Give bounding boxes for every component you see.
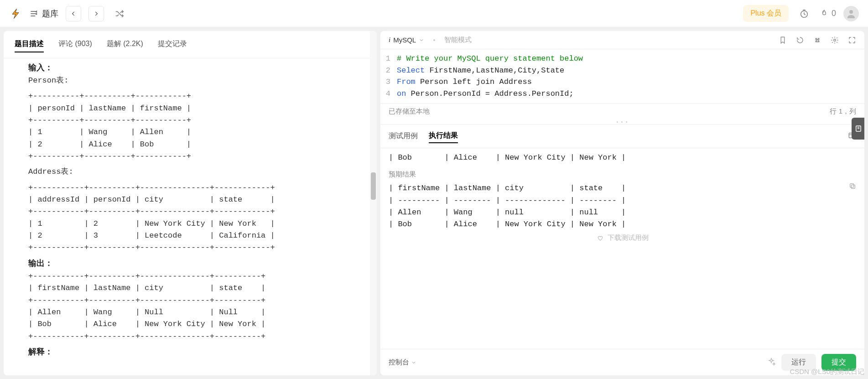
person-table: +----------+----------+-----------+ | pe… [28, 90, 366, 162]
copy-icon[interactable] [849, 182, 856, 192]
line-number: 1 [380, 53, 397, 65]
submit-button[interactable]: 提交 [821, 354, 856, 371]
console-toggle[interactable]: 控制台 [389, 358, 416, 367]
bookmark-icon[interactable] [779, 36, 787, 44]
timer-button[interactable] [796, 5, 812, 22]
actual-output-row: | Bob | Alice | New York City | New York… [389, 152, 856, 164]
cursor-position: 行 1，列 [830, 107, 856, 116]
output-heading: 输出： [28, 258, 366, 269]
notes-side-tab[interactable] [852, 118, 864, 140]
library-label: 题库 [42, 8, 58, 19]
prev-problem-button[interactable] [66, 6, 81, 21]
sparkle-icon[interactable] [767, 357, 776, 368]
address-table-label: Address表: [28, 166, 366, 178]
editor-status-bar: 已存储至本地 行 1，列 [380, 103, 864, 119]
fullscreen-icon[interactable] [848, 36, 856, 44]
streak-count: 0 [832, 9, 836, 18]
problem-tabs: 题目描述 评论 (903) 题解 (2.2K) 提交记录 [4, 31, 377, 58]
keyboard-shortcut-icon[interactable] [813, 36, 821, 44]
user-avatar[interactable] [843, 6, 859, 21]
language-label: MySQL [393, 36, 416, 44]
problem-library-link[interactable]: 题库 [29, 8, 58, 19]
divider-dot [433, 39, 435, 41]
plus-membership-button[interactable]: Plus 会员 [743, 5, 789, 22]
code-line[interactable]: on Person.PersonId = Address.PersonId; [397, 88, 574, 100]
run-button[interactable]: 运行 [781, 354, 816, 371]
load-more-testcases[interactable]: 下载测试用例 [389, 231, 856, 245]
code-line[interactable]: Select FirstName,LastName,City,State [397, 65, 564, 77]
description-scrollbar-thumb[interactable] [371, 172, 376, 200]
tab-testcases[interactable]: 测试用例 [389, 130, 418, 143]
person-table-label: Person表: [28, 75, 366, 87]
result-tabs: 测试用例 执行结果 [380, 125, 864, 148]
code-line[interactable]: From Person left join Address [397, 76, 532, 88]
description-body[interactable]: 输入： Person表: +----------+----------+----… [4, 58, 377, 375]
line-number: 3 [380, 76, 397, 88]
top-bar: 题库 Plus 会员 0 [0, 0, 868, 27]
leetcode-logo[interactable] [9, 7, 22, 20]
problem-panel: 题目描述 评论 (903) 题解 (2.2K) 提交记录 输入： Person表… [4, 31, 377, 375]
main-split: 题目描述 评论 (903) 题解 (2.2K) 提交记录 输入： Person表… [0, 27, 868, 379]
svg-rect-6 [850, 184, 854, 187]
reset-icon[interactable] [796, 36, 804, 44]
line-number: 4 [380, 88, 397, 100]
results-panel: 测试用例 执行结果 | Bob | Alice | New York City … [380, 124, 864, 349]
explain-heading: 解释： [28, 346, 366, 357]
saved-status: 已存储至本地 [389, 107, 430, 116]
output-table: +-----------+----------+---------------+… [28, 270, 366, 343]
expected-output-table: | firstName | lastName | city | state | … [389, 182, 856, 230]
tab-solutions[interactable]: 题解 (2.2K) [107, 36, 143, 52]
editor-panel: iMySQL 智能模式 1# Write your MySQL query st… [380, 31, 864, 375]
address-table: +-----------+----------+---------------+… [28, 182, 366, 254]
smart-mode-toggle[interactable]: 智能模式 [444, 36, 472, 44]
code-editor[interactable]: 1# Write your MySQL query statement belo… [380, 49, 864, 103]
resize-handle[interactable]: • • • [380, 119, 864, 124]
line-number: 2 [380, 65, 397, 77]
tab-run-result[interactable]: 执行结果 [429, 129, 458, 143]
tab-submissions[interactable]: 提交记录 [158, 36, 187, 52]
streak-counter[interactable]: 0 [820, 9, 836, 18]
language-selector[interactable]: iMySQL [389, 36, 424, 44]
svg-point-2 [834, 39, 836, 41]
editor-header: iMySQL 智能模式 [380, 31, 864, 49]
code-line[interactable]: # Write your MySQL query statement below [397, 53, 583, 65]
result-body[interactable]: | Bob | Alice | New York City | New York… [380, 148, 864, 349]
editor-footer: 控制台 运行 提交 [380, 349, 864, 375]
input-heading: 输入： [28, 62, 366, 73]
svg-point-1 [849, 10, 853, 14]
next-problem-button[interactable] [88, 6, 104, 21]
tab-description[interactable]: 题目描述 [15, 36, 44, 52]
settings-icon[interactable] [831, 36, 839, 44]
shuffle-button[interactable] [111, 5, 128, 22]
tab-comments[interactable]: 评论 (903) [58, 36, 92, 52]
description-scrollbar-track[interactable] [370, 31, 377, 375]
expected-label: 预期结果 [389, 170, 416, 179]
svg-rect-5 [851, 185, 855, 189]
